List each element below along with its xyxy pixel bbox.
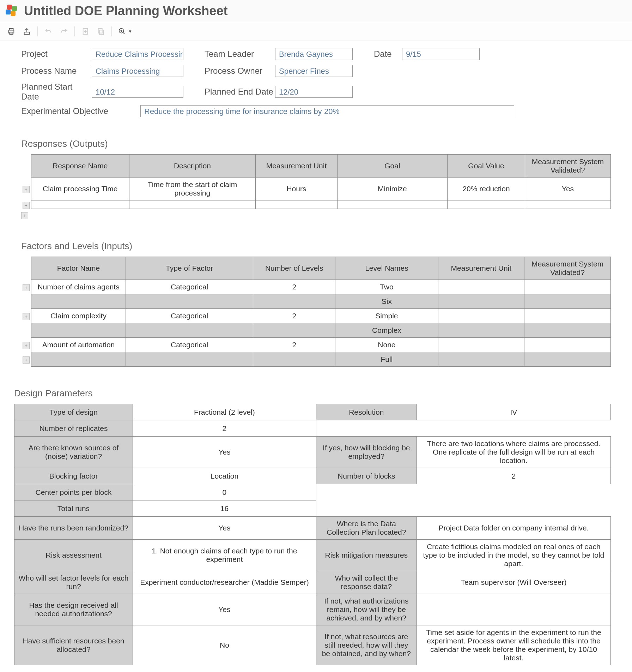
table-cell[interactable]: Hours	[256, 178, 337, 200]
add-response-row-button[interactable]: +	[21, 212, 28, 219]
design-value[interactable]: No	[133, 625, 316, 665]
design-label: Have sufficient resources been allocated…	[14, 625, 133, 665]
add-row-button[interactable]: +	[23, 202, 30, 209]
share-button[interactable]	[20, 25, 34, 38]
design-value[interactable]: Yes	[133, 517, 316, 540]
toolbar-separator	[111, 26, 112, 36]
design-value[interactable]: Project Data folder on company internal …	[417, 517, 610, 540]
table-cell[interactable]	[524, 338, 611, 352]
table-row: Total runs16	[14, 500, 611, 517]
design-label: If not, what authorizations remain, how …	[316, 594, 417, 625]
redo-button[interactable]	[57, 25, 71, 38]
table-cell[interactable]: Six	[335, 294, 438, 309]
design-label: Blocking factor	[14, 468, 133, 484]
design-value[interactable]: Experiment conductor/researcher (Maddie …	[133, 571, 316, 594]
date-label: Date	[374, 49, 402, 59]
add-row-button[interactable]: +	[23, 356, 30, 364]
table-cell[interactable]: Full	[335, 352, 438, 367]
table-cell[interactable]: Categorical	[126, 338, 253, 352]
table-cell[interactable]	[126, 294, 253, 309]
table-cell[interactable]: Time from the start of claim processing	[129, 178, 256, 200]
table-cell[interactable]	[438, 280, 524, 294]
table-cell[interactable]: Yes	[525, 178, 610, 200]
table-cell[interactable]: 2	[253, 338, 335, 352]
table-cell[interactable]	[448, 200, 525, 209]
zoom-button[interactable]: ▼	[115, 25, 135, 38]
table-cell[interactable]: Categorical	[126, 309, 253, 323]
table-cell[interactable]	[31, 200, 129, 209]
design-value[interactable]: 1. Not enough claims of each type to run…	[133, 540, 316, 571]
responses-table: Response NameDescriptionMeasurement Unit…	[21, 154, 611, 209]
table-cell[interactable]	[438, 352, 524, 367]
add-row-button[interactable]: +	[23, 313, 30, 320]
objective-input[interactable]: Reduce the processing time for insurance…	[140, 105, 514, 117]
add-row-button[interactable]: +	[23, 284, 30, 291]
design-value[interactable]: Location	[133, 468, 316, 484]
table-cell[interactable]	[525, 200, 610, 209]
table-cell[interactable]	[524, 280, 611, 294]
factors-title: Factors and Levels (Inputs)	[21, 241, 611, 252]
table-cell[interactable]: Amount of automation	[31, 338, 126, 352]
table-cell[interactable]: Claim complexity	[31, 309, 126, 323]
undo-button[interactable]	[41, 25, 55, 38]
planned-start-input[interactable]: 10/12	[92, 86, 183, 98]
copy-button[interactable]	[94, 25, 108, 38]
planned-end-input[interactable]: 12/20	[275, 86, 353, 98]
print-button[interactable]	[4, 25, 18, 38]
design-value[interactable]	[417, 594, 610, 625]
design-label: Where is the Data Collection Plan locate…	[316, 517, 417, 540]
table-cell[interactable]	[126, 352, 253, 367]
table-cell[interactable]	[524, 352, 611, 367]
design-value[interactable]: Create fictitious claims modeled on real…	[417, 540, 610, 571]
process-owner-input[interactable]: Spencer Fines	[275, 65, 353, 77]
design-value[interactable]: Yes	[133, 437, 316, 468]
table-cell[interactable]: Simple	[335, 309, 438, 323]
table-cell[interactable]	[31, 352, 126, 367]
design-value[interactable]: 2	[133, 420, 316, 437]
table-cell[interactable]	[438, 323, 524, 338]
table-cell[interactable]	[438, 338, 524, 352]
table-cell[interactable]: Number of claims agents	[31, 280, 126, 294]
table-cell[interactable]: Complex	[335, 323, 438, 338]
table-cell[interactable]	[438, 294, 524, 309]
table-cell[interactable]: 20% reduction	[448, 178, 525, 200]
table-cell[interactable]	[253, 352, 335, 367]
design-value[interactable]: 2	[417, 468, 610, 484]
design-label: Has the design received all needed autho…	[14, 594, 133, 625]
table-cell[interactable]	[438, 309, 524, 323]
table-cell[interactable]: Claim processing Time	[31, 178, 129, 200]
design-value[interactable]: Team supervisor (Will Overseer)	[417, 571, 610, 594]
table-cell[interactable]: Two	[335, 280, 438, 294]
table-cell[interactable]: None	[335, 338, 438, 352]
design-value[interactable]: 16	[133, 500, 316, 517]
design-value[interactable]: Yes	[133, 594, 316, 625]
design-value[interactable]: 0	[133, 484, 316, 500]
table-cell[interactable]	[337, 200, 447, 209]
design-value[interactable]: Fractional (2 level)	[133, 404, 316, 420]
table-cell[interactable]	[129, 200, 256, 209]
date-input[interactable]: 9/15	[402, 48, 480, 60]
process-name-input[interactable]: Claims Processing	[92, 65, 183, 77]
table-cell[interactable]: Categorical	[126, 280, 253, 294]
design-value[interactable]: There are two locations where claims are…	[417, 437, 610, 468]
table-cell[interactable]	[126, 323, 253, 338]
design-value[interactable]: Time set aside for agents in the experim…	[417, 625, 610, 665]
table-cell[interactable]: 2	[253, 309, 335, 323]
table-cell[interactable]	[256, 200, 337, 209]
table-cell[interactable]	[524, 294, 611, 309]
table-cell[interactable]: 2	[253, 280, 335, 294]
table-cell[interactable]	[253, 323, 335, 338]
add-item-button[interactable]	[78, 25, 92, 38]
table-cell[interactable]	[31, 323, 126, 338]
table-cell[interactable]	[524, 323, 611, 338]
project-input[interactable]: Reduce Claims Processin	[92, 48, 183, 60]
table-cell[interactable]	[253, 294, 335, 309]
add-row-button[interactable]: +	[23, 186, 30, 193]
table-cell[interactable]	[524, 309, 611, 323]
svg-rect-3	[24, 32, 30, 34]
design-value[interactable]: IV	[417, 404, 610, 420]
add-row-button[interactable]: +	[23, 342, 30, 349]
table-cell[interactable]	[31, 294, 126, 309]
table-cell[interactable]: Minimize	[337, 178, 447, 200]
team-leader-input[interactable]: Brenda Gaynes	[275, 48, 353, 60]
